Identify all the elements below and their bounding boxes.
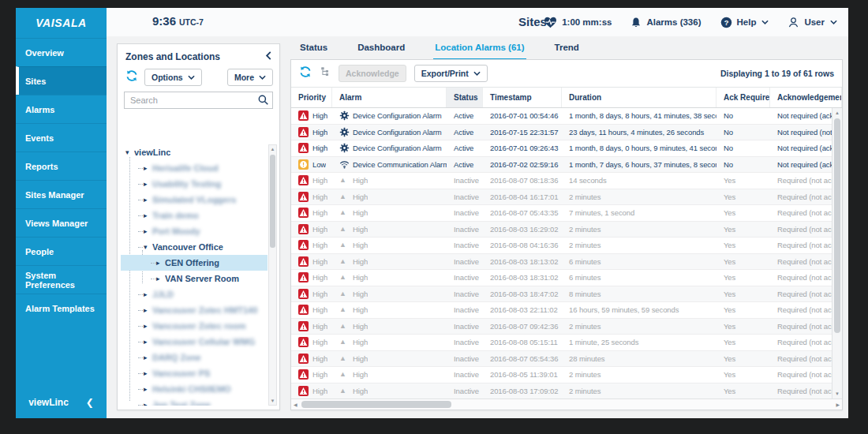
tab-location-alarms-61[interactable]: Location Alarms (61)	[433, 37, 526, 61]
scroll-down-icon[interactable]: ▼	[269, 397, 276, 405]
caret-down-icon[interactable]: ▾	[144, 244, 152, 251]
alarm-row[interactable]: High▲HighInactive2016-08-07 05:54:3628 m…	[291, 351, 832, 368]
scroll-left-icon[interactable]: ◀	[294, 399, 297, 410]
caret-right-icon[interactable]: ▸	[144, 196, 152, 204]
acknowledge-button[interactable]: Acknowledge	[339, 65, 406, 82]
alarm-row[interactable]: High▲HighInactive2016-08-03 16:29:022 mi…	[291, 222, 832, 238]
caret-right-icon[interactable]: ▸	[144, 339, 152, 346]
alarm-row[interactable]: High▲HighInactive2016-08-03 18:13:026 mi…	[291, 254, 832, 271]
column-header-alarm[interactable]: Alarm	[332, 88, 447, 107]
alarm-row[interactable]: LowDevice Communication AlarmActive2016-…	[291, 157, 832, 174]
tree-item-herisalife-cloud[interactable]: ▸Herisalife Cloud	[121, 160, 268, 176]
column-header-acknowledgement[interactable]: Acknowledgement	[770, 88, 842, 107]
caret-right-icon[interactable]: ▸	[144, 307, 152, 314]
export-print-button[interactable]: Export/Print	[414, 65, 488, 82]
column-header-ack-required[interactable]: Ack Required	[716, 88, 770, 107]
scroll-up-icon[interactable]: ▲	[269, 145, 276, 153]
alarm-row[interactable]: High▲HighInactive2016-08-07 09:42:362 mi…	[291, 319, 832, 335]
tree-item-jjld[interactable]: ▸JJLD	[121, 286, 268, 302]
caret-right-icon[interactable]: ▸	[144, 165, 152, 172]
tab-dashboard[interactable]: Dashboard	[356, 37, 406, 61]
tree-item-vancouver-cellular-wmg[interactable]: ▸Vancouver Cellular WMG	[121, 334, 268, 350]
caret-right-icon[interactable]: ▸	[144, 402, 152, 406]
alarm-row[interactable]: High▲HighInactive2016-08-03 17:09:022 mi…	[291, 383, 832, 399]
table-vscroll-thumb[interactable]	[834, 118, 840, 333]
search-input[interactable]	[124, 92, 273, 109]
alarm-row[interactable]: High▲HighInactive2016-08-08 05:15:111 mi…	[291, 335, 832, 351]
tree-item-cen-offering[interactable]: ▸CEN Offering	[121, 255, 268, 271]
refresh-icon[interactable]	[299, 65, 312, 81]
tree-item-darq-zone[interactable]: ▸DARQ Zone	[121, 350, 268, 365]
sidebar-item-alarm-templates[interactable]: Alarm Templates	[16, 294, 107, 322]
caret-right-icon[interactable]: ▸	[156, 260, 165, 267]
alarm-row[interactable]: HighDevice Configuration AlarmActive2016…	[291, 108, 832, 125]
scroll-up-icon[interactable]: ▲	[832, 109, 842, 117]
caret-right-icon[interactable]: ▸	[144, 370, 152, 377]
caret-right-icon[interactable]: ▸	[144, 181, 152, 188]
scroll-down-icon[interactable]: ▼	[832, 390, 842, 398]
sidebar-item-overview[interactable]: Overview	[16, 38, 107, 66]
help-menu[interactable]: ? Help	[720, 17, 769, 28]
caret-right-icon[interactable]: ▸	[144, 386, 152, 393]
tree-item-helsinki-chs0emo[interactable]: ▸Helsinki CHS0EMO	[121, 381, 268, 397]
sidebar-item-sites[interactable]: Sites	[16, 66, 107, 95]
alarm-row[interactable]: High▲HighInactive2016-08-08 04:16:362 mi…	[291, 238, 832, 254]
column-header-duration[interactable]: Duration	[562, 88, 716, 107]
refresh-icon[interactable]	[125, 69, 138, 85]
tree-scrollbar-thumb[interactable]	[270, 155, 275, 248]
tree-item-van-server-room[interactable]: ▸VAN Server Room	[121, 271, 268, 286]
tree-item-simulated-vloggers[interactable]: ▸Simulated VLoggers	[121, 192, 268, 208]
table-horizontal-scrollbar[interactable]: ◀ ▶	[291, 398, 842, 410]
column-header-priority[interactable]: Priority	[291, 88, 332, 107]
column-header-status[interactable]: Status	[447, 88, 483, 107]
tree-item-jon-test-zone[interactable]: ▸Jon Test Zone	[121, 397, 268, 406]
alarm-row[interactable]: High▲HighInactive2016-08-07 08:18:3614 s…	[291, 173, 832, 189]
column-header-timestamp[interactable]: Timestamp	[483, 88, 562, 107]
caret-right-icon[interactable]: ▸	[156, 275, 165, 282]
scroll-right-icon[interactable]: ▶	[836, 399, 840, 410]
sidebar-item-alarms[interactable]: Alarms	[16, 95, 107, 123]
sidebar-footer[interactable]: viewLinc ❮	[16, 391, 107, 413]
tab-status[interactable]: Status	[298, 37, 329, 61]
alarm-row[interactable]: High▲HighInactive2016-08-03 18:47:028 mi…	[291, 286, 832, 303]
more-button[interactable]: More	[227, 69, 273, 86]
alarm-row[interactable]: HighDevice Configuration AlarmActive2016…	[291, 140, 832, 157]
alarm-row[interactable]: High▲HighInactive2016-08-04 16:17:012 mi…	[291, 189, 832, 206]
tree-item-vancouver-ps[interactable]: ▸Vancouver PS	[121, 365, 268, 381]
tree-item-usability-testing[interactable]: ▸Usability Testing	[121, 176, 268, 192]
tree-item-vancouver-zotec-room[interactable]: ▸Vancouver Zotec room	[121, 318, 268, 334]
caret-down-icon[interactable]: ▾	[125, 149, 134, 156]
sidebar-item-sites-manager[interactable]: Sites Manager	[16, 180, 107, 208]
caret-right-icon[interactable]: ▸	[144, 291, 152, 298]
sidebar-item-events[interactable]: Events	[16, 123, 107, 152]
alarm-row[interactable]: High▲HighInactive2016-08-05 11:39:012 mi…	[291, 367, 832, 383]
caret-right-icon[interactable]: ▸	[144, 228, 152, 235]
user-menu[interactable]: User	[788, 17, 837, 28]
alarm-row[interactable]: High▲HighInactive2016-08-03 18:31:026 mi…	[291, 270, 832, 286]
search-icon[interactable]	[257, 94, 269, 109]
sidebar-item-views-manager[interactable]: Views Manager	[16, 208, 107, 237]
alarm-row[interactable]: HighDevice Configuration AlarmActive2016…	[291, 125, 832, 141]
alarm-row[interactable]: High▲HighInactive2016-08-03 22:11:0216 h…	[291, 302, 832, 319]
hierarchy-icon[interactable]	[320, 66, 331, 80]
sidebar-item-reports[interactable]: Reports	[16, 152, 107, 180]
caret-right-icon[interactable]: ▸	[144, 212, 152, 219]
sidebar-item-system-preferences[interactable]: System Preferences	[16, 265, 107, 294]
tree-item-vancouver-office[interactable]: ▾Vancouver Office	[121, 239, 268, 255]
sidebar-item-people[interactable]: People	[16, 237, 107, 265]
tree-item-vancouver-zotec-hmt140[interactable]: ▸Vancouver Zotec HMT140	[121, 302, 268, 318]
alarm-row[interactable]: High▲HighInactive2016-08-07 05:43:357 mi…	[291, 205, 832, 222]
tree-item-viewlinc[interactable]: ▾viewLinc	[121, 144, 268, 160]
caret-right-icon[interactable]: ▸	[144, 354, 152, 361]
caret-right-icon[interactable]: ▸	[144, 323, 152, 330]
tree-scrollbar[interactable]: ▲ ▼	[268, 144, 277, 406]
collapse-sidebar-icon[interactable]: ❮	[86, 397, 94, 408]
alarms-indicator[interactable]: Alarms (336)	[630, 17, 701, 28]
tree-item-train-demo[interactable]: ▸Train demo	[121, 208, 268, 223]
table-hscroll-thumb[interactable]	[301, 401, 451, 408]
options-button[interactable]: Options	[144, 69, 202, 86]
tab-trend[interactable]: Trend	[553, 37, 581, 61]
table-vertical-scrollbar[interactable]: ▲ ▼	[832, 108, 842, 398]
tree-item-port-moody[interactable]: ▸Port Moody	[121, 223, 268, 239]
collapse-panel-icon[interactable]	[265, 51, 271, 62]
